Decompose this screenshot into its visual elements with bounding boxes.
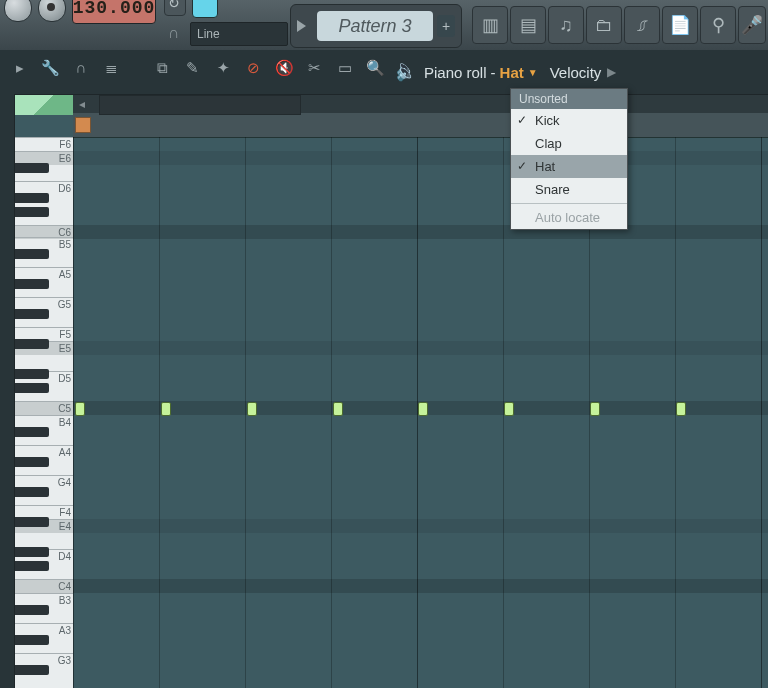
note-grid[interactable] xyxy=(73,137,768,688)
disable-icon[interactable]: ⊘ xyxy=(244,58,264,78)
breadcrumb-target[interactable]: Velocity xyxy=(550,64,602,81)
select-icon[interactable]: ▭ xyxy=(335,58,355,78)
row-band xyxy=(73,579,768,593)
main-toolbar: 130.000 ∩ Line Pattern 3 + ▥ ▤ ♫ 🗀 ⎎ 📄 ⚲… xyxy=(0,0,768,50)
breadcrumb-sep: - xyxy=(491,64,496,81)
black-key[interactable] xyxy=(15,383,49,393)
playlist-button[interactable]: ▥ xyxy=(472,6,508,44)
key-C5[interactable]: C5 xyxy=(15,401,73,415)
grid-line xyxy=(245,137,246,688)
snap-button[interactable] xyxy=(192,0,218,18)
dropdown-item-label: Hat xyxy=(535,159,555,174)
snap-mode-select[interactable]: Line xyxy=(190,22,288,46)
chevron-down-icon[interactable]: ▼ xyxy=(528,67,538,78)
bpm-display[interactable]: 130.000 xyxy=(72,0,156,24)
pianoroll-button[interactable]: ♫ xyxy=(548,6,584,44)
mute-icon[interactable]: 🔇 xyxy=(274,58,294,78)
mixer-button[interactable]: ⎎ xyxy=(624,6,660,44)
chevron-right-icon[interactable]: ▶ xyxy=(607,65,616,79)
note-C5[interactable] xyxy=(504,402,514,416)
breadcrumb: 🔈 Piano roll - Hat ▼ Velocity ▶ xyxy=(396,58,616,86)
row-band xyxy=(73,341,768,355)
piano-keys[interactable]: F6E6D6C6B5A5G5F5E5D5C5B4A4G4F4E4D4C4B3A3… xyxy=(15,137,73,688)
corner-gradient[interactable] xyxy=(15,95,73,115)
corner-tools xyxy=(15,95,73,137)
black-key[interactable] xyxy=(15,309,49,319)
black-key[interactable] xyxy=(15,163,49,173)
mic-button[interactable]: 🎤 xyxy=(738,6,766,44)
note-C5[interactable] xyxy=(676,402,686,416)
plugin-button[interactable]: ⚲ xyxy=(700,6,736,44)
note-preview[interactable] xyxy=(75,117,91,133)
check-icon: ✓ xyxy=(517,113,527,127)
zoom-icon[interactable]: 🔍 xyxy=(365,58,385,78)
brush-icon[interactable]: ✎ xyxy=(183,58,203,78)
breadcrumb-channel[interactable]: Hat xyxy=(500,64,524,81)
speaker-icon[interactable]: 🔈 xyxy=(396,63,416,82)
black-key[interactable] xyxy=(15,249,49,259)
dropdown-item-hat[interactable]: ✓Hat xyxy=(511,155,627,178)
wand-icon[interactable]: ✦ xyxy=(213,58,233,78)
black-key[interactable] xyxy=(15,457,49,467)
note-C5[interactable] xyxy=(247,402,257,416)
black-key[interactable] xyxy=(15,605,49,615)
row-band xyxy=(73,151,768,165)
stamp-icon[interactable]: ⧉ xyxy=(152,58,172,78)
row-band xyxy=(73,225,768,239)
dropdown-item-clap[interactable]: Clap xyxy=(511,132,627,155)
pattern-selector: Pattern 3 + xyxy=(290,4,462,48)
dropdown-header: Unsorted xyxy=(511,89,627,109)
note-C5[interactable] xyxy=(333,402,343,416)
play-button[interactable] xyxy=(4,0,32,22)
key-F6[interactable]: F6 xyxy=(15,137,73,151)
browser-button[interactable]: 🗀 xyxy=(586,6,622,44)
black-key[interactable] xyxy=(15,561,49,571)
note-C5[interactable] xyxy=(418,402,428,416)
play-icon[interactable]: ▸ xyxy=(10,58,30,78)
black-key[interactable] xyxy=(15,517,49,527)
clipboard-button[interactable]: 📄 xyxy=(662,6,698,44)
record-button[interactable] xyxy=(38,0,66,22)
black-key[interactable] xyxy=(15,193,49,203)
dropdown-item-label: Snare xyxy=(535,182,570,197)
pianoroll-toolbar: ▸ 🔧 ∩ ≣ ⧉ ✎ ✦ ⊘ 🔇 ✂ ▭ 🔍 🔈 xyxy=(10,58,768,86)
tools-icon[interactable]: 🔧 xyxy=(40,58,60,78)
black-key[interactable] xyxy=(15,635,49,645)
channel-dropdown: Unsorted ✓KickClap✓HatSnare Auto locate xyxy=(510,88,628,230)
note-C5[interactable] xyxy=(161,402,171,416)
swap-icon[interactable] xyxy=(164,0,186,16)
stepseq-button[interactable]: ▤ xyxy=(510,6,546,44)
black-key[interactable] xyxy=(15,487,49,497)
black-key[interactable] xyxy=(15,207,49,217)
black-key[interactable] xyxy=(15,279,49,289)
view-icon[interactable]: ≣ xyxy=(101,58,121,78)
dropdown-auto-locate[interactable]: Auto locate xyxy=(511,206,627,229)
row-band xyxy=(73,519,768,533)
grid-line xyxy=(73,137,74,688)
magnet-icon: ∩ xyxy=(168,24,188,44)
snap-icon[interactable]: ∩ xyxy=(71,58,91,78)
black-key[interactable] xyxy=(15,369,49,379)
pattern-name[interactable]: Pattern 3 xyxy=(317,11,433,41)
dropdown-item-label: Clap xyxy=(535,136,562,151)
check-icon: ✓ xyxy=(517,159,527,173)
pattern-play-icon[interactable] xyxy=(297,20,306,32)
dropdown-item-kick[interactable]: ✓Kick xyxy=(511,109,627,132)
black-key[interactable] xyxy=(15,547,49,557)
black-key[interactable] xyxy=(15,665,49,675)
cut-icon[interactable]: ✂ xyxy=(305,58,325,78)
h-scroll[interactable] xyxy=(99,95,301,115)
dropdown-item-snare[interactable]: Snare xyxy=(511,178,627,201)
note-C5[interactable] xyxy=(590,402,600,416)
dropdown-separator xyxy=(511,203,627,204)
key-C4[interactable]: C4 xyxy=(15,579,73,593)
grid-line xyxy=(331,137,332,688)
grid-line xyxy=(761,137,762,688)
pattern-add-button[interactable]: + xyxy=(437,15,455,37)
note-C5[interactable] xyxy=(75,402,85,416)
scroll-left-icon[interactable]: ◂ xyxy=(79,97,85,111)
breadcrumb-label: Piano roll xyxy=(424,64,487,81)
black-key[interactable] xyxy=(15,427,49,437)
black-key[interactable] xyxy=(15,339,49,349)
ruler[interactable] xyxy=(73,113,768,138)
